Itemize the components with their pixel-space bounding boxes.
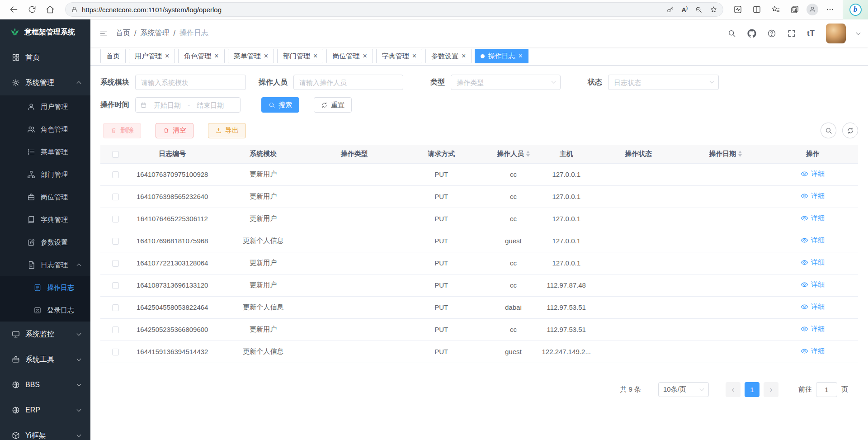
tab-close-icon[interactable]: × bbox=[313, 52, 317, 60]
tab-close-icon[interactable]: × bbox=[518, 52, 522, 60]
favorites-icon[interactable] bbox=[769, 2, 783, 17]
sidebar-item-param-settings[interactable]: 参数设置 bbox=[0, 231, 90, 254]
detail-link[interactable]: 详细 bbox=[801, 325, 825, 333]
row-checkbox[interactable] bbox=[112, 216, 119, 222]
back-button[interactable] bbox=[6, 2, 22, 17]
tab-参数设置[interactable]: 参数设置× bbox=[425, 49, 472, 63]
next-page-button[interactable]: › bbox=[764, 382, 778, 397]
breadcrumb-home[interactable]: 首页 bbox=[116, 28, 130, 38]
zoom-out-icon[interactable] bbox=[695, 6, 703, 14]
clear-button[interactable]: 清空 bbox=[156, 123, 193, 138]
detail-link[interactable]: 详细 bbox=[801, 170, 825, 178]
tab-部门管理[interactable]: 部门管理× bbox=[277, 49, 323, 63]
sidebar-item-system-monitor[interactable]: 系统监控 bbox=[0, 322, 90, 347]
browser-profile-avatar[interactable] bbox=[807, 4, 818, 15]
tab-操作日志[interactable]: 操作日志× bbox=[475, 49, 528, 63]
sidebar-item-yi-framework[interactable]: Yi框架 bbox=[0, 423, 90, 440]
sidebar-item-login-log[interactable]: 登录日志 bbox=[0, 299, 90, 322]
export-button[interactable]: 导出 bbox=[208, 123, 246, 138]
tab-首页[interactable]: 首页 bbox=[100, 49, 126, 63]
row-checkbox[interactable] bbox=[112, 326, 119, 333]
type-select[interactable] bbox=[451, 75, 561, 90]
sidebar-item-bbs[interactable]: BBS bbox=[0, 372, 90, 397]
password-key-icon[interactable] bbox=[666, 6, 674, 14]
fullscreen-icon[interactable] bbox=[787, 29, 796, 38]
address-bar[interactable]: https://ccnetcore.com:1101/system/log/op… bbox=[65, 2, 723, 17]
read-aloud-icon[interactable]: A) bbox=[681, 6, 688, 14]
detail-link[interactable]: 详细 bbox=[801, 236, 825, 245]
bing-sidebar-button[interactable]: b bbox=[843, 0, 868, 19]
date-range-picker[interactable]: - bbox=[135, 97, 241, 113]
toggle-search-button[interactable] bbox=[821, 123, 836, 138]
detail-link[interactable]: 详细 bbox=[801, 258, 825, 267]
browser-essentials-icon[interactable] bbox=[731, 2, 745, 17]
operator-input[interactable] bbox=[293, 75, 403, 90]
user-avatar[interactable] bbox=[826, 24, 846, 43]
github-icon[interactable] bbox=[747, 29, 756, 38]
browser-menu-icon[interactable] bbox=[823, 2, 837, 17]
sidebar-item-system-management[interactable]: 系统管理 bbox=[0, 70, 90, 95]
help-icon[interactable] bbox=[767, 29, 776, 38]
row-checkbox[interactable] bbox=[112, 238, 119, 245]
tab-close-icon[interactable]: × bbox=[214, 52, 218, 60]
sidebar-item-menu-management[interactable]: 菜单管理 bbox=[0, 141, 90, 163]
fold-sidebar-icon[interactable] bbox=[99, 29, 108, 38]
prev-page-button[interactable]: ‹ bbox=[726, 382, 741, 397]
search-icon[interactable] bbox=[727, 29, 736, 38]
add-favorite-star-icon[interactable] bbox=[710, 6, 717, 14]
sidebar-item-home[interactable]: 首页 bbox=[0, 45, 90, 70]
page-size-select[interactable]: 10条/页 bbox=[658, 382, 709, 397]
sidebar-item-erp[interactable]: ERP bbox=[0, 397, 90, 423]
detail-link[interactable]: 详细 bbox=[801, 347, 825, 355]
status-select-input[interactable] bbox=[608, 75, 719, 90]
sidebar-item-dict-management[interactable]: 字典管理 bbox=[0, 208, 90, 231]
tab-close-icon[interactable]: × bbox=[264, 52, 268, 60]
sidebar-item-role-management[interactable]: 角色管理 bbox=[0, 118, 90, 141]
delete-button[interactable]: 删除 bbox=[103, 123, 141, 138]
tab-字典管理[interactable]: 字典管理× bbox=[376, 49, 422, 63]
tab-close-icon[interactable]: × bbox=[412, 52, 416, 60]
tab-close-icon[interactable]: × bbox=[363, 52, 367, 60]
detail-link[interactable]: 详细 bbox=[801, 280, 825, 289]
row-checkbox[interactable] bbox=[112, 194, 119, 200]
sidebar-item-user-management[interactable]: 用户管理 bbox=[0, 95, 90, 118]
date-end-input[interactable] bbox=[193, 101, 228, 109]
sidebar-item-post-management[interactable]: 岗位管理 bbox=[0, 186, 90, 208]
detail-link[interactable]: 详细 bbox=[801, 192, 825, 200]
type-select-input[interactable] bbox=[451, 75, 561, 90]
tab-岗位管理[interactable]: 岗位管理× bbox=[326, 49, 373, 63]
search-button[interactable]: 搜索 bbox=[261, 97, 299, 113]
reset-button[interactable]: 重置 bbox=[314, 97, 352, 113]
select-all-checkbox[interactable] bbox=[112, 151, 119, 158]
home-button[interactable] bbox=[42, 2, 58, 17]
sidebar-item-department-management[interactable]: 部门管理 bbox=[0, 163, 90, 186]
status-select[interactable] bbox=[608, 75, 719, 90]
row-checkbox[interactable] bbox=[112, 304, 119, 311]
row-checkbox[interactable] bbox=[112, 349, 119, 355]
tab-close-icon[interactable]: × bbox=[165, 52, 169, 60]
date-start-input[interactable] bbox=[150, 101, 185, 109]
split-screen-icon[interactable] bbox=[750, 2, 764, 17]
sort-control[interactable] bbox=[738, 151, 742, 157]
goto-page-input[interactable] bbox=[816, 382, 837, 397]
tab-角色管理[interactable]: 角色管理× bbox=[178, 49, 224, 63]
breadcrumb-system[interactable]: 系统管理 bbox=[140, 28, 169, 38]
detail-link[interactable]: 详细 bbox=[801, 303, 825, 311]
font-size-icon[interactable]: tT bbox=[807, 29, 815, 38]
sidebar-item-log-management[interactable]: 日志管理 bbox=[0, 254, 90, 276]
module-input[interactable] bbox=[135, 75, 246, 90]
refresh-button[interactable] bbox=[24, 2, 40, 17]
app-logo[interactable]: 意框架管理系统 bbox=[0, 19, 90, 45]
tab-用户管理[interactable]: 用户管理× bbox=[129, 49, 175, 63]
sort-control[interactable] bbox=[526, 151, 530, 157]
collections-icon[interactable] bbox=[788, 2, 802, 17]
page-number-button[interactable]: 1 bbox=[745, 382, 760, 397]
sidebar-item-operation-log[interactable]: 操作日志 bbox=[0, 276, 90, 299]
row-checkbox[interactable] bbox=[112, 171, 119, 178]
row-checkbox[interactable] bbox=[112, 282, 119, 289]
tab-菜单管理[interactable]: 菜单管理× bbox=[228, 49, 274, 63]
detail-link[interactable]: 详细 bbox=[801, 214, 825, 222]
row-checkbox[interactable] bbox=[112, 260, 119, 267]
tab-close-icon[interactable]: × bbox=[462, 52, 466, 60]
chevron-down-icon[interactable] bbox=[856, 30, 861, 35]
